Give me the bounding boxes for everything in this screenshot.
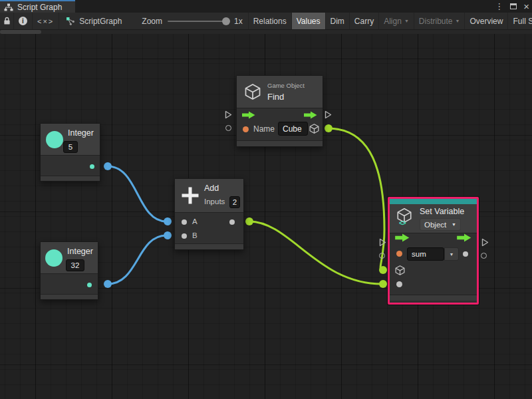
integer-value-field[interactable]: 5	[63, 141, 78, 153]
integer-value-field[interactable]: 32	[66, 259, 84, 271]
name-input-port[interactable]	[243, 126, 249, 132]
zoom-slider-handle[interactable]	[222, 17, 230, 25]
more-menu-icon[interactable]: ⋮	[495, 0, 503, 13]
graph-canvas[interactable]: Integer 5 Integer 32 Add Inputs	[0, 30, 532, 399]
node-gameobject-find[interactable]: Game Object Find Name Cube	[236, 75, 323, 147]
wire-endpoint[interactable]	[104, 162, 112, 170]
node-header: Game Object Find	[237, 76, 323, 108]
integer-type-icon	[45, 249, 63, 267]
node-title: Set Variable	[420, 207, 464, 216]
control-output-port[interactable]	[481, 237, 489, 249]
node-footer	[41, 176, 100, 181]
toolbar-button-fullscreen[interactable]: Full Screen	[508, 13, 532, 29]
node-integer-32[interactable]: Integer 32	[40, 241, 98, 300]
variable-name-input-port[interactable]	[396, 251, 402, 257]
zoom-label: Zoom	[142, 17, 162, 26]
control-output-port[interactable]	[325, 110, 332, 122]
node-header: <> Set Variable Object ▼	[390, 204, 477, 233]
input-port-a[interactable]	[182, 219, 187, 225]
control-output-arrow-icon[interactable]	[304, 111, 317, 119]
wire-endpoint[interactable]	[379, 280, 387, 288]
variable-code-badge-icon: <>	[399, 219, 406, 227]
gameobject-output-port-icon[interactable]	[309, 123, 320, 134]
control-input-port[interactable]	[225, 110, 232, 122]
wire-endpoint[interactable]	[104, 280, 112, 288]
align-label: Align	[384, 17, 402, 26]
node-title: Integer	[68, 128, 94, 138]
toolbar-button-distribute[interactable]: Distribute ▼	[414, 13, 466, 29]
graph-tree-icon	[4, 3, 13, 11]
input-port-b[interactable]	[182, 233, 187, 239]
distribute-label: Distribute	[419, 17, 453, 26]
toolbar-button-values[interactable]: Values	[292, 13, 326, 29]
chevron-down-icon: ▼	[452, 222, 456, 227]
value-output-port[interactable]	[481, 253, 487, 259]
value-input-port[interactable]	[379, 253, 385, 259]
toolbar-button-carry[interactable]: Carry	[350, 13, 379, 29]
inspect-button[interactable]: i	[14, 13, 33, 29]
node-footer	[175, 243, 243, 249]
output-value-port[interactable]	[463, 251, 468, 257]
graph-breadcrumb[interactable]: ScriptGraph	[59, 13, 128, 29]
wire-integer5-to-add-a[interactable]	[108, 166, 166, 221]
name-label: Name	[253, 124, 275, 134]
maximize-icon[interactable]	[510, 3, 517, 9]
output-port[interactable]	[90, 164, 94, 169]
variable-kind-strip	[390, 199, 477, 204]
gameobject-cube-icon	[243, 82, 262, 101]
wire-integer32-to-add-b[interactable]	[108, 235, 166, 284]
variable-name-dropdown-button[interactable]: ▼	[444, 247, 459, 261]
chevron-down-icon: ▼	[456, 19, 460, 23]
toolbar-button-dim[interactable]: Dim	[326, 13, 350, 29]
toolbar-button-overview[interactable]: Overview	[465, 13, 508, 29]
lock-icon	[3, 17, 11, 25]
control-input-port[interactable]	[379, 237, 386, 249]
node-add[interactable]: Add Inputs 2 A B	[174, 178, 244, 250]
control-input-arrow-icon[interactable]	[242, 111, 255, 119]
tab-strip: Script Graph ⋮ ×	[0, 0, 532, 13]
gameobject-input-port-icon[interactable]	[394, 265, 406, 276]
close-icon[interactable]: ×	[523, 0, 529, 13]
wire-endpoint[interactable]	[164, 231, 172, 239]
inputs-count-field[interactable]: 2	[229, 196, 240, 208]
node-category: Game Object	[267, 82, 305, 89]
variable-kind-dropdown[interactable]: Object ▼	[420, 218, 461, 231]
tab-script-graph[interactable]: Script Graph	[0, 0, 75, 13]
wire-endpoint[interactable]	[379, 266, 387, 274]
value-input-port[interactable]	[396, 281, 402, 287]
control-output-arrow-icon[interactable]	[457, 233, 471, 242]
output-port[interactable]	[229, 219, 235, 225]
variable-name-field[interactable]: sum	[407, 247, 444, 261]
wire-add-to-setvariable-value[interactable]	[249, 221, 382, 284]
wire-endpoint[interactable]	[325, 124, 332, 132]
wire-endpoint[interactable]	[164, 217, 172, 225]
output-port[interactable]	[87, 283, 92, 287]
toolbar-button-align[interactable]: Align ▼	[379, 13, 414, 29]
code-preview-button[interactable]: <×>	[33, 13, 59, 29]
value-input-port[interactable]	[225, 125, 231, 131]
node-header: Add Inputs 2	[175, 179, 243, 213]
port-a-label: A	[192, 217, 198, 225]
chevron-down-icon: ▼	[450, 252, 454, 257]
zoom-slider[interactable]	[168, 21, 229, 22]
wire-find-to-setvariable-object[interactable]	[328, 128, 384, 270]
wire-endpoint[interactable]	[245, 217, 253, 225]
graph-toolbar: i <×> ScriptGraph Zoom 1x Relations Valu…	[0, 13, 532, 30]
inputs-label: Inputs	[204, 198, 225, 205]
integer-type-icon	[46, 131, 63, 148]
tab-title: Script Graph	[17, 3, 62, 12]
info-icon: i	[19, 17, 27, 25]
lock-button[interactable]	[0, 13, 14, 29]
zoom-value: 1x	[234, 17, 243, 26]
node-set-variable[interactable]: <> Set Variable Object ▼ sum ▼	[390, 199, 477, 303]
script-graph-window: Script Graph ⋮ × i <×> ScriptGraph Zoom	[0, 0, 532, 399]
variable-kind-label: Object	[424, 221, 446, 229]
control-input-arrow-icon[interactable]	[395, 233, 410, 242]
node-header: Integer 32	[41, 242, 98, 274]
chevron-down-icon: ▼	[404, 19, 409, 23]
node-integer-5[interactable]: Integer 5	[40, 123, 100, 182]
script-graph-icon	[66, 17, 75, 26]
toolbar-button-relations[interactable]: Relations	[249, 13, 292, 29]
node-footer	[390, 295, 477, 301]
name-value-field[interactable]: Cube	[278, 122, 308, 136]
